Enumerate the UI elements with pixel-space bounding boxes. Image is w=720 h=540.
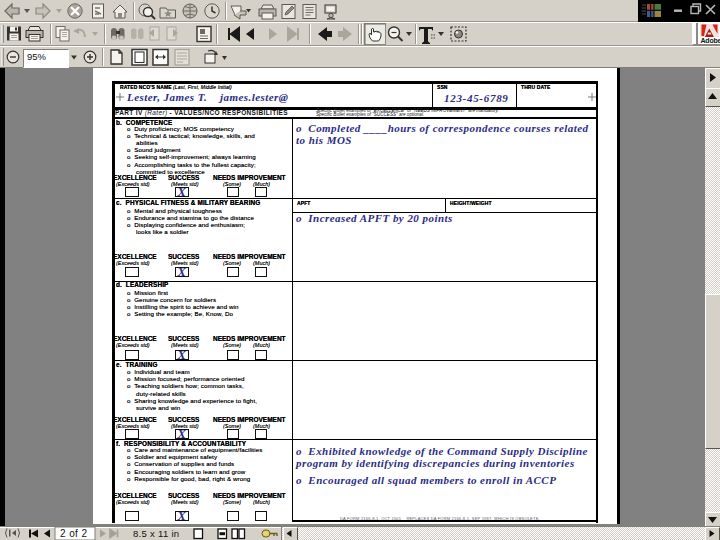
svg-text:8.5 x 11 in: 8.5 x 11 in xyxy=(133,528,179,539)
svg-text:Adobe: Adobe xyxy=(701,36,720,43)
svg-text:2 of 2: 2 of 2 xyxy=(60,528,87,539)
